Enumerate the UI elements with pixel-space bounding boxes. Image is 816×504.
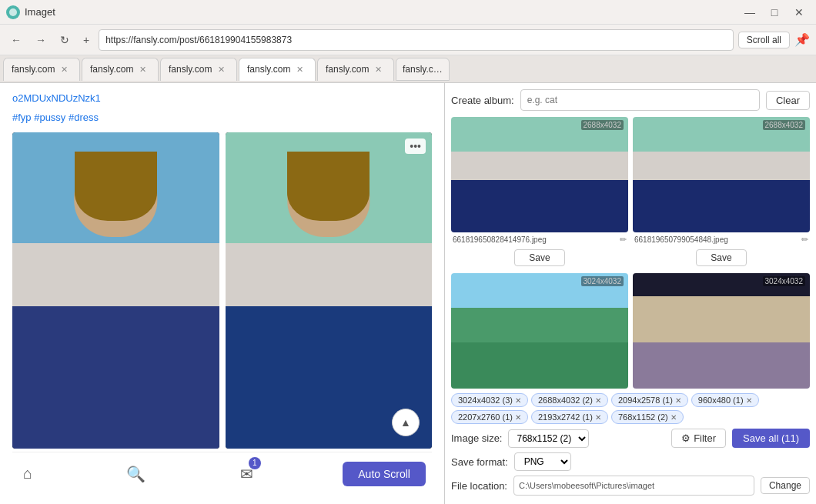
thumb-img-2-content <box>633 117 810 232</box>
browser-pane: o2MDUxNDUzNzk1 #fyp #pussy #dress ••• ▲ … <box>0 83 445 504</box>
tab-6-label: fansly.c… <box>403 64 443 75</box>
tab-6[interactable]: fansly.c… <box>396 58 450 81</box>
search-button[interactable]: 🔍 <box>122 460 150 488</box>
refresh-button[interactable]: ↻ <box>55 31 74 49</box>
filter-tag-7-close[interactable]: ✕ <box>671 413 677 422</box>
image-size-select[interactable]: 768x1152 (2) <box>508 429 589 448</box>
app-icon <box>6 5 20 19</box>
pin-button[interactable]: 📌 <box>794 32 810 47</box>
navbar: ← → ↻ + Scroll all 📌 <box>0 25 816 55</box>
filter-icon: ⚙ <box>681 432 691 444</box>
filter-button[interactable]: ⚙ Filter <box>671 429 726 448</box>
tab-5[interactable]: fansly.com ✕ <box>317 58 394 81</box>
page-tags: #fyp #pussy #dress <box>12 112 432 123</box>
minimize-button[interactable]: — <box>739 2 761 23</box>
tab-2-label: fansly.com <box>90 64 133 75</box>
forward-button[interactable]: → <box>31 31 51 49</box>
thumb-2-save-button[interactable]: Save <box>696 249 746 266</box>
filter-tag-7: 768x1152 (2) ✕ <box>611 410 684 424</box>
tab-2[interactable]: fansly.com ✕ <box>82 58 159 81</box>
change-button[interactable]: Change <box>761 477 810 494</box>
tab-4-label: fansly.com <box>247 64 290 75</box>
app-title: Imaget <box>25 6 55 18</box>
thumb-1-save-button[interactable]: Save <box>514 249 564 266</box>
format-select[interactable]: PNG JPG WEBP <box>514 452 571 471</box>
thumb-1-edit-icon[interactable]: ✏ <box>620 235 627 245</box>
tab-3-label: fansly.com <box>169 64 212 75</box>
format-label: Save format: <box>451 456 508 468</box>
thumb-2-filename: 661819650799054848.jpeg <box>634 235 728 244</box>
back-button[interactable]: ← <box>6 31 26 49</box>
thumb-img-1: 2688x4032 <box>451 117 628 232</box>
format-row: Save format: PNG JPG WEBP <box>451 452 810 471</box>
thumb-4-dimensions: 3024x4032 <box>763 276 806 286</box>
thumb-1-filename: 661819650828414976.jpeg <box>453 235 547 244</box>
fileloc-input[interactable] <box>513 476 754 496</box>
tab-5-label: fansly.com <box>326 64 369 75</box>
main-layout: o2MDUxNDUzNzk1 #fyp #pussy #dress ••• ▲ … <box>0 83 816 504</box>
filter-tags: 3024x4032 (3) ✕ 2688x4032 (2) ✕ 2094x257… <box>451 393 810 424</box>
filter-tag-6-close[interactable]: ✕ <box>595 413 601 422</box>
thumb-card-4: 3024x4032 <box>633 273 810 389</box>
thumb-3-dimensions: 3024x4032 <box>581 276 624 286</box>
filter-tag-4-label: 960x480 (1) <box>698 396 744 405</box>
filter-tag-5-close[interactable]: ✕ <box>515 413 521 422</box>
browser-image-1 <box>12 132 219 449</box>
titlebar-left: Imaget <box>6 5 55 19</box>
images-grid: ••• ▲ <box>12 132 432 449</box>
thumb-img-3-content <box>451 273 628 389</box>
filter-tag-2: 2688x4032 (2) ✕ <box>531 393 608 407</box>
maximize-button[interactable]: □ <box>764 2 785 23</box>
filter-tag-6: 2193x2742 (1) ✕ <box>531 410 608 424</box>
filter-tag-2-close[interactable]: ✕ <box>595 396 601 405</box>
thumb-img-4-content <box>633 273 810 389</box>
browser-image-2-content <box>226 132 433 449</box>
thumb-card-2: 2688x4032 661819650799054848.jpeg ✏ Save <box>633 117 810 269</box>
tab-3[interactable]: fansly.com ✕ <box>160 58 237 81</box>
titlebar: Imaget — □ ✕ <box>0 0 816 25</box>
auto-scroll-button[interactable]: Auto Scroll <box>343 462 426 486</box>
thumbnails-row-2: 3024x4032 3024x4032 <box>451 273 810 389</box>
more-options-button[interactable]: ••• <box>405 139 426 154</box>
tab-1-label: fansly.com <box>12 64 55 75</box>
window-controls: — □ ✕ <box>739 2 810 23</box>
thumb-2-edit-icon[interactable]: ✏ <box>801 235 808 245</box>
close-button[interactable]: ✕ <box>788 2 810 23</box>
save-all-button[interactable]: Save all (11) <box>732 429 810 448</box>
thumbnails-row-1: 2688x4032 661819650828414976.jpeg ✏ Save… <box>451 117 810 269</box>
filter-tag-1: 3024x4032 (3) ✕ <box>451 393 528 407</box>
home-button[interactable]: ⌂ <box>18 460 37 487</box>
page-link[interactable]: o2MDUxNDUzNzk1 <box>12 92 432 104</box>
clear-button[interactable]: Clear <box>766 91 810 110</box>
thumb-img-1-content <box>451 117 628 232</box>
tab-4[interactable]: fansly.com ✕ <box>239 58 316 81</box>
scroll-up-button[interactable]: ▲ <box>392 409 420 436</box>
filter-tag-1-label: 3024x4032 (3) <box>458 396 513 405</box>
messages-badge: 1 <box>249 457 261 469</box>
filter-tag-6-label: 2193x2742 (1) <box>538 412 593 422</box>
tab-1[interactable]: fansly.com ✕ <box>3 58 80 81</box>
album-input[interactable] <box>520 89 760 111</box>
tab-3-close[interactable]: ✕ <box>216 65 226 75</box>
address-bar[interactable] <box>99 29 733 51</box>
tab-5-close[interactable]: ✕ <box>373 65 383 75</box>
thumb-2-name-row: 661819650799054848.jpeg ✏ <box>633 232 810 247</box>
fileloc-row: File location: Change <box>451 476 810 496</box>
thumb-1-dimensions: 2688x4032 <box>581 120 624 130</box>
tab-4-close[interactable]: ✕ <box>295 65 305 75</box>
new-tab-button[interactable]: + <box>79 31 94 49</box>
browser-image-2: ••• ▲ <box>226 132 433 449</box>
thumb-img-2: 2688x4032 <box>633 117 810 232</box>
scroll-all-button[interactable]: Scroll all <box>738 32 790 48</box>
right-panel: Create album: Clear 2688x4032 6618196508… <box>445 83 816 504</box>
tab-2-close[interactable]: ✕ <box>138 65 148 75</box>
filter-tag-1-close[interactable]: ✕ <box>515 396 521 405</box>
filter-tag-3-close[interactable]: ✕ <box>675 396 681 405</box>
filter-tag-4-close[interactable]: ✕ <box>746 396 752 405</box>
filter-tag-7-label: 768x1152 (2) <box>618 412 668 422</box>
fileloc-label: File location: <box>451 480 507 492</box>
messages-button-container: ✉ 1 <box>236 460 258 488</box>
browser-image-1-content <box>12 132 219 449</box>
tab-1-close[interactable]: ✕ <box>59 65 69 75</box>
filter-tag-3-label: 2094x2578 (1) <box>618 396 673 405</box>
